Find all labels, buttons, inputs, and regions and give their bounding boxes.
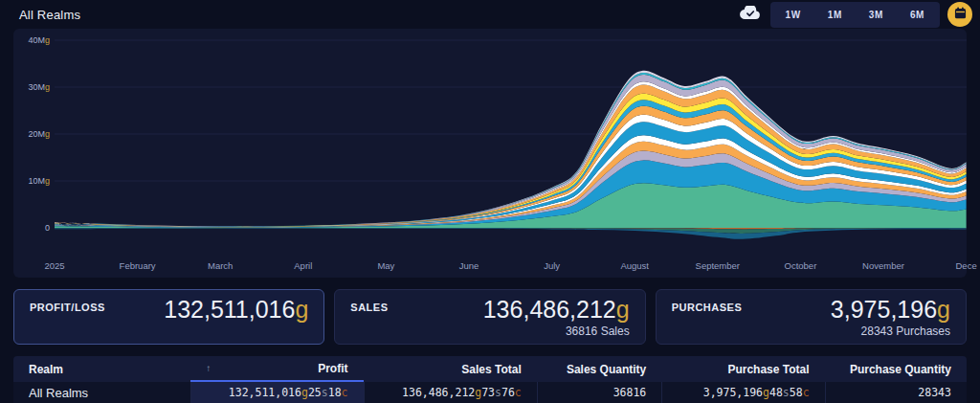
svg-text:June: June [459, 260, 479, 271]
column-label: Purchase Quantity [850, 363, 951, 376]
column-header-purchase-quantity[interactable]: Purchase Quantity [825, 356, 967, 382]
svg-text:10Mg: 10Mg [28, 176, 50, 186]
purchases-count: 28343 Purchases [672, 325, 950, 338]
svg-text:May: May [377, 260, 394, 271]
sales-total-cell: 136,486,212g73s76c [364, 382, 537, 403]
range-button-3m[interactable]: 3M [856, 4, 897, 26]
app-root: All Realms 1W1M3M6M [0, 0, 980, 403]
column-label: Sales Quantity [567, 363, 646, 376]
purchase-total-cell: 3,975,196g48s58c [661, 382, 824, 403]
column-label: Realm [29, 363, 63, 376]
svg-text:2025: 2025 [44, 260, 64, 271]
svg-text:30Mg: 30Mg [28, 82, 50, 92]
profit-loss-value: 132,511,016g [164, 297, 308, 323]
y-axis: 40Mg30Mg20Mg10Mg0 [28, 35, 50, 233]
page-title: All Realms [19, 8, 80, 22]
sales-label: SALES [350, 302, 388, 313]
svg-text:Dece: Dece [956, 260, 977, 271]
sales-count: 36816 Sales [350, 325, 629, 338]
sales-value: 136,486,212g [483, 297, 630, 323]
range-button-1m[interactable]: 1M [814, 4, 856, 26]
range-button-6m[interactable]: 6M [897, 4, 938, 26]
time-range-group: 1W1M3M6M [770, 2, 940, 28]
purchases-label: PURCHASES [672, 302, 743, 313]
sales-quantity-cell: 36816 [537, 382, 661, 403]
date-picker-button[interactable] [947, 2, 972, 27]
purchases-value: 3,975,196g [831, 297, 950, 323]
chart-neg-segment-3 [55, 228, 967, 238]
realms-table: Realm↑ProfitSales TotalSales QuantityPur… [13, 356, 967, 403]
profit-cell: 132,511,016g25s18c [190, 382, 363, 403]
svg-text:September: September [696, 260, 740, 271]
svg-text:August: August [620, 260, 649, 271]
calendar-icon [954, 7, 967, 22]
svg-text:October: October [785, 260, 817, 271]
topbar: All Realms 1W1M3M6M [0, 0, 980, 29]
column-label: Purchase Total [727, 363, 809, 376]
column-header-realm[interactable]: Realm [13, 356, 190, 382]
column-header-purchase-total[interactable]: Purchase Total [661, 356, 824, 382]
svg-text:20Mg: 20Mg [28, 129, 50, 139]
column-header-sales-quantity[interactable]: Sales Quantity [537, 356, 661, 382]
column-label: Sales Total [461, 363, 521, 376]
cloud-check-icon [740, 6, 761, 23]
profit-loss-label: PROFIT/LOSS [30, 302, 105, 313]
table-row[interactable]: All Realms132,511,016g25s18c136,486,212g… [13, 382, 967, 403]
table-header-row: Realm↑ProfitSales TotalSales QuantityPur… [13, 356, 967, 382]
range-button-1w[interactable]: 1W [772, 4, 814, 26]
topbar-actions: 1W1M3M6M [738, 2, 972, 28]
svg-text:November: November [862, 260, 904, 271]
column-header-profit[interactable]: ↑Profit [190, 356, 363, 382]
svg-text:July: July [544, 260, 560, 271]
cloud-sync-button[interactable] [738, 4, 763, 25]
profit-loss-card[interactable]: PROFIT/LOSS 132,511,016g [13, 289, 324, 345]
svg-text:0: 0 [45, 223, 50, 233]
column-label: Profit [318, 362, 347, 375]
summary-cards: PROFIT/LOSS 132,511,016g SALES 136,486,2… [13, 289, 967, 345]
svg-text:40Mg: 40Mg [28, 35, 50, 45]
table-body: All Realms132,511,016g25s18c136,486,212g… [13, 382, 967, 403]
x-axis: 2025FebruaryMarchAprilMayJuneJulyAugustS… [44, 260, 976, 271]
purchase-quantity-cell: 28343 [825, 382, 967, 403]
realm-cell: All Realms [13, 382, 190, 403]
profit-stream-chart[interactable]: 40Mg30Mg20Mg10Mg02025FebruaryMarchAprilM… [13, 29, 967, 278]
svg-text:March: March [208, 260, 233, 271]
purchases-card[interactable]: PURCHASES 3,975,196g 28343 Purchases [656, 289, 967, 345]
sort-arrow-icon: ↑ [206, 363, 211, 373]
chart-panel: 40Mg30Mg20Mg10Mg02025FebruaryMarchAprilM… [13, 29, 967, 278]
svg-text:February: February [120, 260, 156, 271]
svg-text:April: April [294, 260, 312, 271]
sales-card[interactable]: SALES 136,486,212g 36816 Sales [334, 289, 645, 345]
column-header-sales-total[interactable]: Sales Total [364, 356, 537, 382]
